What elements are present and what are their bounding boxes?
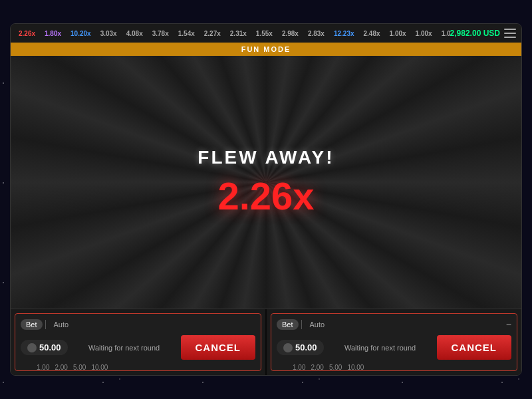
mult-badge-4: 3.03x [98,29,120,38]
flew-away-label: FLEW AWAY! [198,147,334,168]
panel-left-main-row: 50.00 Waiting for next round CANCEL [21,335,255,360]
mult-badge-1: 2.26x [16,29,38,38]
tab-divider-right [301,320,302,329]
balance-value: 2,982.00 USD [450,29,500,38]
bet-circle-right [283,343,293,352]
quick-bet-right-4[interactable]: 10.00 [347,364,364,371]
tab-bet-right[interactable]: Bet [277,319,299,330]
quick-bet-right-3[interactable]: 5.00 [329,364,342,371]
tab-auto-right[interactable]: Auto [305,319,331,330]
mult-badge-6: 3.78x [150,29,172,38]
quick-bet-right-1[interactable]: 1.00 [293,364,305,371]
quick-bet-left-1[interactable]: 1.00 [37,364,49,371]
game-area: FLEW AWAY! 2.26x [11,56,521,309]
menu-icon[interactable] [504,29,516,38]
waiting-text-right: Waiting for next round [329,344,432,352]
mult-badge-9: 2.31x [227,29,249,38]
mult-badge-5: 4.08x [124,29,146,38]
cancel-button-left[interactable]: CANCEL [181,335,256,360]
tab-divider-left [45,320,46,329]
quick-bet-left-2[interactable]: 2.00 [55,364,67,371]
mult-badge-16: 1.00x [413,29,435,38]
mult-badge-3: 10.20x [68,29,94,38]
bet-input-left[interactable]: 50.00 [21,340,68,355]
mult-badge-2: 1.80x [42,29,64,38]
quick-bet-right-2[interactable]: 2.00 [311,364,323,371]
mult-badge-7: 1.54x [176,29,198,38]
mult-badge-17: 1.01x [439,29,450,38]
bet-value-left: 50.00 [39,342,61,352]
minus-icon-right[interactable]: − [506,319,511,330]
fun-mode-bar: FUN MODE [11,43,521,56]
bet-value-right: 50.00 [295,342,317,352]
fun-mode-label: FUN MODE [241,45,291,53]
tab-bet-left[interactable]: Bet [21,319,43,330]
mult-badge-13: 12.23x [331,29,357,38]
mult-badge-15: 1.00x [387,29,409,38]
quick-bets-right: 1.00 2.00 5.00 10.00 [277,364,511,371]
panel-right-tabs: Bet Auto − [277,319,511,330]
tab-auto-left[interactable]: Auto [49,319,74,330]
mult-badge-12: 2.83x [305,29,327,38]
multiplier-strip: 2.26x 1.80x 10.20x 3.03x 4.08x 3.78x 1.5… [16,29,450,38]
bet-circle-left [27,343,37,352]
quick-bet-left-4[interactable]: 10.00 [91,364,108,371]
balance-area: 2,982.00 USD [450,29,516,38]
mult-badge-14: 2.48x [361,29,383,38]
bottom-controls: Bet Auto 50.00 Waiting for next round CA… [11,309,521,375]
bet-panel-right: Bet Auto − 50.00 Waiting for next round … [271,313,517,371]
cancel-button-right[interactable]: CANCEL [437,335,512,360]
game-multiplier: 2.26x [198,174,334,218]
game-center-text: FLEW AWAY! 2.26x [198,147,334,218]
bet-panel-left: Bet Auto 50.00 Waiting for next round CA… [15,313,261,371]
waiting-text-left: Waiting for next round [73,344,176,352]
panel-separator [265,309,267,375]
panel-right-main-row: 50.00 Waiting for next round CANCEL [277,335,511,360]
quick-bets-left: 1.00 2.00 5.00 10.00 [21,364,255,371]
mult-badge-10: 1.55x [253,29,275,38]
game-window: 2.26x 1.80x 10.20x 3.03x 4.08x 3.78x 1.5… [10,23,522,376]
mult-badge-8: 2.27x [201,29,223,38]
mult-badge-11: 2.98x [279,29,301,38]
quick-bet-left-3[interactable]: 5.00 [73,364,86,371]
bet-input-right[interactable]: 50.00 [277,340,324,355]
panel-left-tabs: Bet Auto [21,319,255,330]
top-bar: 2.26x 1.80x 10.20x 3.03x 4.08x 3.78x 1.5… [11,24,521,43]
